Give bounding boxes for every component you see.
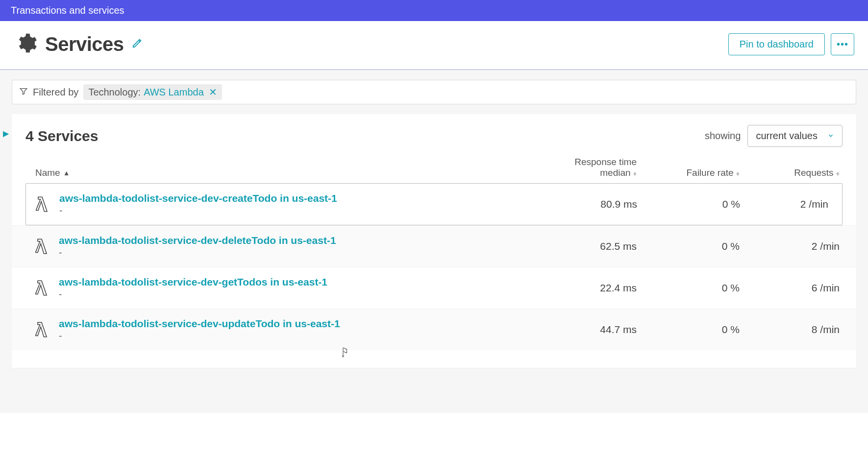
cell-requests: 6 /min (740, 282, 843, 294)
column-name[interactable]: Name ▲ (35, 168, 534, 178)
service-name-block: aws-lambda-todolist-service-dev-deleteTo… (59, 235, 534, 258)
table-row[interactable]: aws-lambda-todolist-service-dev-deleteTo… (12, 225, 856, 267)
chevron-down-icon (827, 130, 834, 142)
topbar: Transactions and services (0, 0, 868, 21)
page-title: Services (45, 33, 124, 55)
filter-label: Filtered by (33, 87, 78, 98)
expand-icon[interactable]: ▶ (3, 129, 9, 138)
pin-to-dashboard-button[interactable]: Pin to dashboard (728, 33, 825, 55)
cell-failure-rate: 0 % (637, 198, 740, 210)
service-name-block: aws-lambda-todolist-service-dev-updateTo… (59, 318, 534, 341)
values-dropdown[interactable]: current values (747, 125, 843, 147)
cell-requests: 8 /min (740, 324, 843, 335)
cell-response-time: 80.9 ms (534, 198, 637, 210)
filter-chip-value: AWS Lambda (144, 87, 204, 98)
lambda-icon (35, 238, 59, 255)
table-header: Name ▲ Response time median ♦ Failure ra… (12, 157, 856, 183)
cell-requests: 2 /min (740, 198, 842, 210)
panel-title: 4 Services (25, 128, 98, 144)
showing-group: showing current values (705, 125, 843, 147)
table-row[interactable]: aws-lambda-todolist-service-dev-createTo… (25, 183, 843, 225)
table-body: aws-lambda-todolist-service-dev-createTo… (12, 183, 856, 350)
sort-icon: ♦ (736, 169, 740, 177)
cell-response-time: 44.7 ms (534, 324, 637, 335)
svg-point-0 (343, 356, 344, 357)
dropdown-value: current values (756, 130, 818, 142)
service-subtitle: - (59, 205, 534, 216)
cell-requests: 2 /min (740, 240, 843, 252)
header-actions: Pin to dashboard ••• (728, 33, 854, 55)
sort-icon: ♦ (836, 169, 840, 177)
service-link[interactable]: aws-lambda-todolist-service-dev-deleteTo… (59, 235, 534, 246)
service-subtitle: - (59, 289, 534, 300)
cell-response-time: 22.4 ms (534, 282, 637, 294)
more-actions-button[interactable]: ••• (831, 33, 854, 55)
column-response-time[interactable]: Response time median ♦ (534, 157, 637, 178)
services-panel: ▶ 4 Services showing current values Name… (12, 114, 856, 368)
cell-response-time: 62.5 ms (534, 240, 637, 252)
content-area: Filtered by Technology: AWS Lambda ✕ ▶ 4… (0, 70, 868, 413)
service-link[interactable]: aws-lambda-todolist-service-dev-getTodos… (59, 276, 534, 288)
edit-icon[interactable] (132, 38, 143, 50)
sort-asc-icon: ▲ (63, 169, 70, 177)
column-requests[interactable]: Requests ♦ (740, 168, 843, 178)
filter-bar[interactable]: Filtered by Technology: AWS Lambda ✕ (12, 80, 856, 104)
service-subtitle: - (59, 247, 534, 258)
filter-chip[interactable]: Technology: AWS Lambda ✕ (83, 84, 222, 100)
lambda-icon (36, 196, 59, 213)
lambda-icon (35, 280, 59, 296)
lambda-icon (35, 321, 59, 338)
service-link[interactable]: aws-lambda-todolist-service-dev-updateTo… (59, 318, 534, 330)
cell-failure-rate: 0 % (637, 282, 740, 294)
showing-label: showing (705, 130, 741, 142)
table-row[interactable]: aws-lambda-todolist-service-dev-getTodos… (12, 267, 856, 309)
gear-icon (15, 32, 37, 56)
table-row[interactable]: aws-lambda-todolist-service-dev-updateTo… (12, 309, 856, 350)
service-subtitle: - (59, 331, 534, 341)
panel-header: 4 Services showing current values (12, 125, 856, 157)
service-link[interactable]: aws-lambda-todolist-service-dev-createTo… (59, 192, 534, 204)
service-name-block: aws-lambda-todolist-service-dev-createTo… (59, 192, 534, 216)
sort-icon: ♦ (633, 169, 637, 177)
column-failure-rate[interactable]: Failure rate ♦ (637, 168, 740, 178)
ellipsis-icon: ••• (837, 39, 848, 50)
filter-chip-remove-icon[interactable]: ✕ (209, 86, 217, 98)
topbar-title: Transactions and services (11, 5, 124, 16)
filter-chip-key: Technology: (88, 87, 141, 98)
cell-failure-rate: 0 % (637, 324, 740, 335)
cell-failure-rate: 0 % (637, 240, 740, 252)
service-name-block: aws-lambda-todolist-service-dev-getTodos… (59, 276, 534, 300)
filter-icon (19, 87, 28, 98)
page-title-group: Services (15, 32, 143, 56)
page-header: Services Pin to dashboard ••• (0, 21, 868, 70)
